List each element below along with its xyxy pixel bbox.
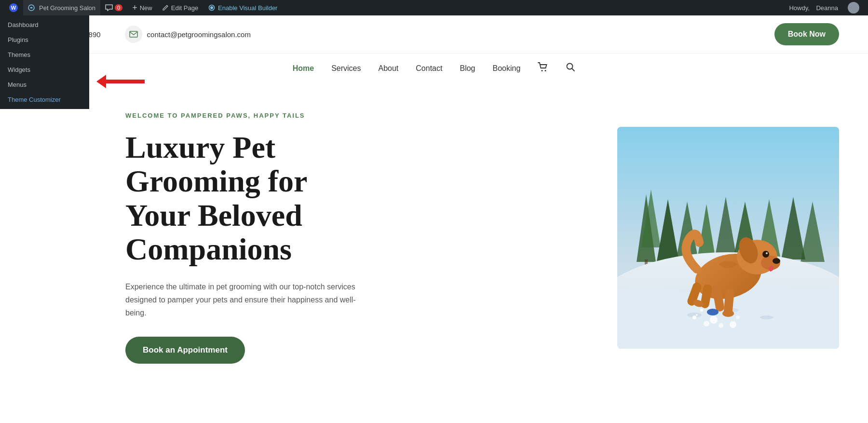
svg-point-48 [730, 321, 736, 328]
hero-description: Experience the ultimate in pet grooming … [125, 280, 357, 320]
nav-item-blog[interactable]: Blog [460, 64, 475, 73]
hero-section: WELCOME TO PAMPERED PAWS, HAPPY TAILS Lu… [0, 83, 868, 402]
dropdown-menu: Dashboard Plugins Themes Widgets Menus T… [0, 15, 89, 109]
book-appointment-button[interactable]: Book an Appointment [125, 337, 245, 364]
avatar-image [848, 2, 859, 14]
cart-icon[interactable] [538, 62, 548, 74]
svg-point-7 [545, 70, 546, 71]
dropdown-item-menus[interactable]: Menus [0, 77, 89, 92]
hero-subtitle: WELCOME TO PAMPERED PAWS, HAPPY TAILS [125, 112, 376, 119]
svg-point-6 [542, 70, 543, 71]
nav-item-booking[interactable]: Booking [492, 64, 520, 73]
svg-point-49 [700, 309, 703, 312]
nav-item-contact[interactable]: Contact [416, 64, 442, 73]
arrow-head [96, 75, 106, 88]
svg-point-50 [696, 314, 698, 316]
dropdown-item-widgets[interactable]: Widgets [0, 62, 89, 77]
nav-item-about[interactable]: About [379, 64, 399, 73]
edit-page-button[interactable]: Edit Page [157, 0, 203, 15]
arrow-indicator [96, 75, 145, 88]
dropdown-item-dashboard[interactable]: Dashboard [0, 17, 89, 32]
enable-visual-builder-label: Enable Visual Builder [218, 4, 277, 12]
svg-point-29 [760, 315, 773, 319]
email-address: contact@petgroomingsalon.com [147, 30, 251, 39]
arrow-shaft [106, 80, 145, 83]
svg-point-35 [766, 252, 768, 254]
nav-item-services[interactable]: Services [331, 64, 361, 73]
wp-logo-button[interactable]: W [4, 0, 23, 15]
site-content: (123) 456-7890 contact@petgroomingsalon.… [0, 15, 868, 402]
hero-dog-illustration [617, 127, 839, 349]
svg-point-41 [707, 309, 719, 315]
user-name: Deanna [816, 4, 838, 12]
svg-point-45 [719, 323, 723, 328]
nav-item-home[interactable]: Home [293, 64, 314, 73]
hero-text: WELCOME TO PAMPERED PAWS, HAPPY TAILS Lu… [125, 112, 376, 364]
svg-point-33 [773, 258, 780, 264]
hero-title: Luxury Pet Grooming for Your Beloved Com… [125, 131, 376, 267]
dropdown-item-themes[interactable]: Themes [0, 47, 89, 62]
site-name-button[interactable]: Pet Grooming Salon [23, 0, 100, 15]
svg-point-46 [704, 321, 709, 327]
comment-count: 0 [115, 4, 122, 11]
new-label: New [140, 4, 152, 12]
user-avatar[interactable] [843, 0, 864, 15]
site-header: (123) 456-7890 contact@petgroomingsalon.… [0, 15, 868, 54]
edit-page-label: Edit Page [171, 4, 198, 12]
book-now-button[interactable]: Book Now [774, 23, 839, 45]
svg-point-42 [722, 310, 734, 317]
svg-rect-5 [130, 31, 137, 37]
email-icon [125, 26, 142, 43]
svg-point-47 [736, 315, 740, 319]
enable-visual-builder-button[interactable]: Enable Visual Builder [203, 0, 282, 15]
new-button[interactable]: + New [127, 0, 157, 15]
admin-bar-right: Howdy, Deanna [784, 0, 864, 15]
svg-point-51 [708, 307, 710, 309]
admin-bar: W Pet Grooming Salon 0 + New Edit Page [0, 0, 868, 15]
svg-point-3 [210, 6, 213, 9]
site-name-label: Pet Grooming Salon [39, 4, 95, 12]
svg-point-44 [710, 316, 718, 324]
search-icon[interactable] [566, 62, 575, 74]
svg-text:W: W [11, 5, 16, 11]
svg-point-52 [692, 315, 696, 319]
svg-point-34 [762, 251, 769, 258]
email-contact: contact@petgroomingsalon.com [125, 26, 251, 43]
comments-button[interactable]: 0 [100, 0, 127, 15]
dropdown-item-theme-customizer[interactable]: Theme Customizer [0, 92, 89, 107]
hero-image [617, 127, 839, 349]
howdy-text: Howdy, Deanna [784, 0, 843, 15]
dropdown-item-plugins[interactable]: Plugins [0, 32, 89, 47]
